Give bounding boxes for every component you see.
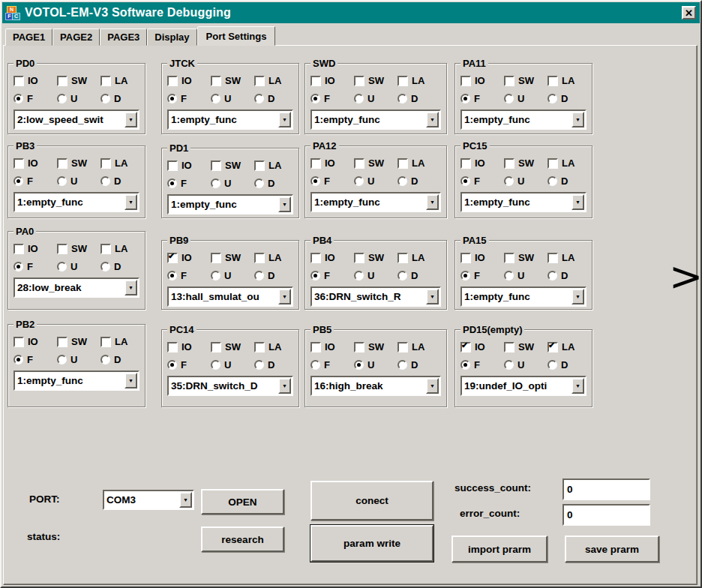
sw-checkbox[interactable]: ✔ [504,253,514,263]
f-radio[interactable] [167,178,177,188]
dropdown-arrow-icon[interactable]: ▼ [278,112,291,128]
function-dropdown[interactable]: 28:low_break ▼ [14,278,140,298]
dropdown-arrow-icon[interactable]: ▼ [179,492,192,508]
dropdown-arrow-icon[interactable]: ▼ [278,196,291,212]
u-radio[interactable] [211,271,220,280]
sw-checkbox[interactable]: ✔ [504,76,514,86]
dropdown-arrow-icon[interactable]: ▼ [426,289,439,304]
d-radio[interactable] [548,360,557,370]
com-port-select[interactable]: COM3 ▼ [103,490,194,510]
sw-checkbox[interactable]: ✔ [211,160,221,171]
la-checkbox[interactable]: ✔ [398,158,408,169]
u-radio[interactable] [57,176,67,186]
la-checkbox[interactable]: ✔ [254,76,265,86]
f-radio[interactable] [460,94,470,104]
f-radio[interactable] [460,176,470,186]
sw-checkbox[interactable]: ✔ [57,337,68,347]
function-dropdown[interactable]: 19:undef_IO_opti ▼ [460,376,586,396]
open-button[interactable]: OPEN [201,489,284,514]
io-checkbox[interactable]: ✔ [460,342,471,352]
io-checkbox[interactable]: ✔ [460,76,471,86]
dropdown-arrow-icon[interactable]: ▼ [278,378,291,394]
d-radio[interactable] [398,360,407,370]
function-dropdown[interactable]: 1:empty_func ▼ [167,194,293,214]
u-radio[interactable] [57,355,67,364]
la-checkbox[interactable]: ✔ [398,342,408,352]
sw-checkbox[interactable]: ✔ [354,342,364,352]
la-checkbox[interactable]: ✔ [100,158,111,169]
d-radio[interactable] [254,94,264,104]
d-radio[interactable] [548,176,557,186]
u-radio[interactable] [354,271,364,280]
la-checkbox[interactable]: ✔ [254,160,265,171]
u-radio[interactable] [504,176,514,186]
dropdown-arrow-icon[interactable]: ▼ [572,112,584,128]
function-dropdown[interactable]: 1:empty_func ▼ [460,192,586,212]
la-checkbox[interactable]: ✔ [398,253,408,263]
function-dropdown[interactable]: 1:empty_func ▼ [460,110,586,130]
d-radio[interactable] [254,178,264,188]
f-radio[interactable] [310,94,320,104]
dropdown-arrow-icon[interactable]: ▼ [572,289,584,304]
d-radio[interactable] [100,176,110,186]
dropdown-arrow-icon[interactable]: ▼ [124,112,137,128]
io-checkbox[interactable]: ✔ [167,160,178,171]
la-checkbox[interactable]: ✔ [398,76,408,86]
io-checkbox[interactable]: ✔ [14,158,24,169]
f-radio[interactable] [14,94,23,104]
f-radio[interactable] [167,94,177,104]
f-radio[interactable] [167,271,177,280]
la-checkbox[interactable]: ✔ [548,76,558,86]
function-dropdown[interactable]: 13:hall_smulat_ou ▼ [167,286,293,307]
f-radio[interactable] [167,360,177,370]
function-dropdown[interactable]: 36:DRN_switch_R ▼ [310,286,441,307]
la-checkbox[interactable]: ✔ [548,342,558,352]
function-dropdown[interactable]: 1:empty_func ▼ [14,370,140,391]
io-checkbox[interactable]: ✔ [310,158,321,169]
param-write-button[interactable]: param write [310,525,434,562]
sw-checkbox[interactable]: ✔ [57,76,68,86]
sw-checkbox[interactable]: ✔ [211,76,221,86]
dropdown-arrow-icon[interactable]: ▼ [278,289,291,304]
io-checkbox[interactable]: ✔ [460,158,471,169]
research-button[interactable]: research [201,526,284,552]
function-dropdown[interactable]: 1:empty_func ▼ [310,110,441,130]
la-checkbox[interactable]: ✔ [548,253,558,263]
dropdown-arrow-icon[interactable]: ▼ [124,280,137,296]
function-dropdown[interactable]: 1:empty_func ▼ [310,192,441,212]
d-radio[interactable] [398,271,407,280]
sw-checkbox[interactable]: ✔ [354,253,364,263]
sw-checkbox[interactable]: ✔ [504,342,514,352]
dropdown-arrow-icon[interactable]: ▼ [426,112,439,128]
error-count-input[interactable] [562,504,650,526]
la-checkbox[interactable]: ✔ [100,76,111,86]
f-radio[interactable] [460,360,470,370]
u-radio[interactable] [504,271,514,280]
io-checkbox[interactable]: ✔ [460,253,471,263]
tab-port-settings[interactable]: Port Settings [197,26,276,46]
sw-checkbox[interactable]: ✔ [354,158,364,169]
la-checkbox[interactable]: ✔ [100,244,111,254]
io-checkbox[interactable]: ✔ [14,337,24,347]
d-radio[interactable] [398,94,407,104]
next-page-button[interactable]: > [669,256,702,297]
function-dropdown[interactable]: 1:empty_func ▼ [14,192,140,212]
f-radio[interactable] [14,176,23,186]
save-param-button[interactable]: save prarm [565,536,659,562]
f-radio[interactable] [14,262,23,272]
u-radio[interactable] [504,94,514,104]
dropdown-arrow-icon[interactable]: ▼ [572,194,584,210]
dropdown-arrow-icon[interactable]: ▼ [124,373,137,388]
u-radio[interactable] [504,360,514,370]
function-dropdown[interactable]: 16:high_break ▼ [310,376,441,396]
u-radio[interactable] [57,94,67,104]
f-radio[interactable] [460,271,470,280]
function-dropdown[interactable]: 35:DRN_switch_D ▼ [167,376,293,396]
io-checkbox[interactable]: ✔ [14,244,24,254]
d-radio[interactable] [100,262,110,272]
sw-checkbox[interactable]: ✔ [211,342,221,352]
io-checkbox[interactable]: ✔ [167,342,178,352]
f-radio[interactable] [310,176,320,186]
u-radio[interactable] [57,262,67,272]
sw-checkbox[interactable]: ✔ [504,158,514,169]
